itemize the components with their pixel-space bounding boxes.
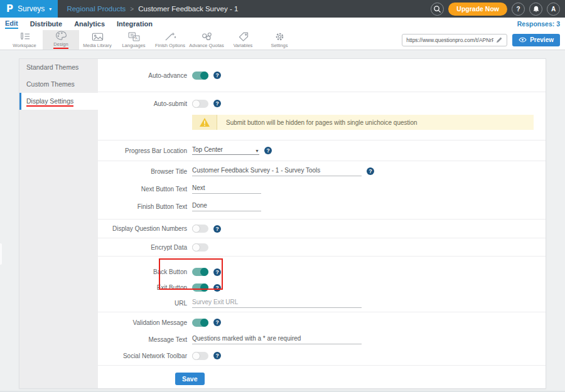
chevron-down-icon: ▾: [49, 6, 51, 12]
search-button[interactable]: [431, 3, 444, 16]
help-icon[interactable]: ?: [213, 352, 221, 359]
nav-tab-distribute[interactable]: Distribute: [30, 20, 62, 28]
notifications-button[interactable]: [529, 3, 542, 16]
auto-submit-toggle[interactable]: [192, 100, 208, 108]
next-button-text-label: Next Button Text: [98, 186, 192, 193]
exit-button-toggle[interactable]: [192, 283, 208, 292]
display-question-numbers-label: Display Question Numbers: [98, 225, 192, 232]
auto-advance-row: Auto-advance ?: [98, 59, 546, 92]
upgrade-button[interactable]: Upgrade Now: [448, 3, 507, 16]
auto-submit-section: Auto-submit ? Submit button will be hidd…: [98, 92, 546, 140]
help-icon[interactable]: ?: [367, 167, 374, 175]
eye-icon: [519, 37, 527, 43]
toolbar-item-variables[interactable]: Variables: [225, 30, 261, 50]
app-window: P Surveys ▾ Regional Products > Customer…: [0, 0, 565, 392]
avatar-button[interactable]: A: [547, 3, 560, 16]
help-icon[interactable]: ?: [213, 284, 221, 292]
progress-bar-location-select[interactable]: Top Center ▼: [192, 146, 259, 155]
back-button-label: Back Button: [98, 268, 192, 275]
product-switcher[interactable]: P Surveys ▾: [0, 0, 58, 18]
toolbar-item-design[interactable]: Design: [43, 30, 79, 50]
design-panel: Standard Themes Custom Themes Display Se…: [19, 58, 546, 389]
sidebar-item-standard-themes[interactable]: Standard Themes: [19, 59, 98, 76]
validation-message-row: Validation Message ?: [98, 314, 546, 331]
warning-text: Submit button will be hidden for pages w…: [217, 119, 417, 126]
panel-collapse-handle[interactable]: [0, 243, 2, 265]
breadcrumb-folder[interactable]: Regional Products: [67, 5, 126, 13]
edit-pencil-icon[interactable]: [496, 36, 503, 43]
message-text-input[interactable]: Questions marked with a * are required: [192, 335, 362, 344]
exit-url-input[interactable]: Survey Exit URL: [192, 299, 362, 308]
nav-tab-integration[interactable]: Integration: [117, 20, 153, 28]
validation-message-label: Validation Message: [98, 319, 192, 326]
toolbar-item-advance-quotas[interactable]: Advance Quotas: [188, 30, 225, 50]
toolbar-item-workspace[interactable]: Workspace: [6, 30, 43, 50]
back-button-row: Back Button ?: [98, 264, 546, 280]
toolbar-right: https://www.questionpro.com/t/APNrFZ Pre…: [402, 30, 565, 50]
toolbar-item-finish-options[interactable]: Finish Options: [152, 30, 188, 50]
languages-icon: A: [128, 32, 140, 41]
svg-text:A: A: [135, 36, 138, 40]
social-network-toolbar-label: Social Network Toolbar: [98, 352, 192, 359]
display-settings-content: Auto-advance ? Auto-submit ?: [98, 59, 546, 388]
browser-title-label: Browser Title: [98, 168, 192, 175]
navigation-buttons-section: Back Button ? Exit Button ?: [98, 257, 546, 312]
preview-button[interactable]: Preview: [512, 34, 560, 46]
help-icon[interactable]: ?: [213, 319, 221, 326]
message-text-label: Message Text: [98, 336, 192, 343]
next-button-text-input[interactable]: Next: [192, 184, 261, 194]
browser-title-input[interactable]: Customer Feedback Survey - 1 - Survey To…: [192, 167, 362, 176]
finish-button-text-label: Finish Button Text: [98, 203, 192, 210]
help-icon[interactable]: ?: [213, 268, 221, 276]
breadcrumb: Regional Products > Customer Feedback Su…: [67, 5, 238, 13]
display-question-numbers-toggle[interactable]: [192, 225, 208, 233]
design-sidebar: Standard Themes Custom Themes Display Se…: [19, 59, 98, 388]
progress-bar-location-row: Progress Bar Location Top Center ▼ ?: [98, 140, 546, 161]
auto-submit-row: Auto-submit ?: [98, 92, 546, 115]
help-icon[interactable]: ?: [213, 100, 221, 107]
auto-advance-toggle[interactable]: [192, 72, 208, 80]
workspace-icon: [19, 32, 31, 41]
validation-message-toggle[interactable]: [192, 319, 208, 327]
help-icon[interactable]: ?: [213, 225, 221, 233]
finish-button-text-input[interactable]: Done: [192, 202, 261, 211]
help-icon[interactable]: ?: [264, 147, 272, 154]
social-network-toolbar-row: Social Network Toolbar ?: [98, 347, 546, 364]
breadcrumb-separator: >: [130, 6, 134, 13]
design-icon: [55, 31, 67, 40]
help-icon[interactable]: ?: [213, 72, 221, 79]
progress-bar-location-value: Top Center: [192, 146, 223, 153]
preview-label: Preview: [530, 36, 554, 43]
sidebar-item-display-settings[interactable]: Display Settings: [19, 93, 98, 110]
toolbar-item-media-library[interactable]: Media Library: [79, 30, 116, 50]
toolbar-item-languages[interactable]: A Languages: [116, 30, 152, 50]
social-network-toolbar-toggle[interactable]: [192, 352, 208, 360]
topbar-actions: Upgrade Now ? A: [431, 3, 565, 16]
toolbar-item-settings[interactable]: Settings: [261, 30, 298, 50]
save-button[interactable]: Save: [175, 373, 205, 385]
auto-submit-label: Auto-submit: [98, 100, 192, 107]
questionpro-logo: P: [6, 3, 13, 14]
variables-icon: [237, 32, 249, 41]
settings-icon: [274, 32, 285, 41]
message-text-row: Message Text Questions marked with a * a…: [98, 331, 546, 347]
exit-button-row: Exit Button ?: [98, 280, 546, 295]
progress-bar-location-label: Progress Bar Location: [98, 147, 192, 154]
bell-icon: [532, 5, 540, 13]
topbar: P Surveys ▾ Regional Products > Customer…: [0, 0, 565, 18]
chevron-down-icon: ▼: [255, 149, 259, 153]
responses-count[interactable]: Responses: 3: [517, 20, 560, 28]
display-question-numbers-row: Display Question Numbers ?: [98, 220, 546, 238]
auto-advance-label: Auto-advance: [98, 72, 192, 79]
encrypt-data-row: Encrypt Data: [98, 238, 546, 257]
survey-nav: Edit Distribute Analytics Integration Re…: [0, 18, 565, 30]
nav-tab-edit[interactable]: Edit: [5, 19, 18, 29]
exit-button-label: Exit Button: [98, 284, 192, 291]
sidebar-item-custom-themes[interactable]: Custom Themes: [19, 76, 98, 93]
nav-tab-analytics[interactable]: Analytics: [74, 20, 105, 28]
encrypt-data-toggle[interactable]: [192, 243, 208, 252]
survey-url-field[interactable]: https://www.questionpro.com/t/APNrFZ: [402, 34, 507, 46]
edit-toolbar: Workspace Design Media Library A Languag…: [0, 30, 565, 50]
back-button-toggle[interactable]: [192, 268, 208, 276]
help-button[interactable]: ?: [512, 3, 525, 16]
